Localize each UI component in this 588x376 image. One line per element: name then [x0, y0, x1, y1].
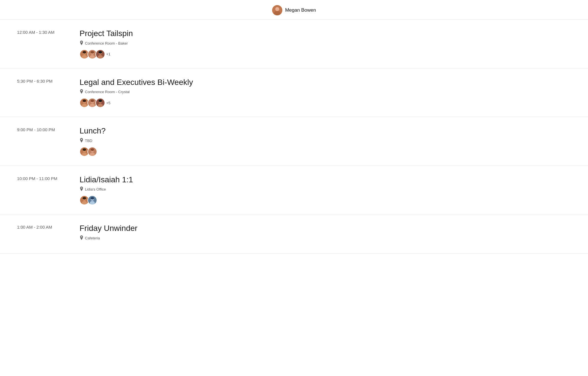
- attendee-count: +5: [106, 101, 110, 105]
- event-list: 12:00 AM - 1:30 AMProject Tailspin Confe…: [0, 20, 588, 254]
- event-row[interactable]: 9:00 PM - 10:00 PMLunch? TBD: [0, 117, 588, 166]
- event-time: 1:00 AM - 2:00 AM: [17, 223, 80, 229]
- svg-point-32: [82, 152, 87, 156]
- svg-point-42: [83, 197, 86, 200]
- svg-point-46: [91, 197, 94, 200]
- event-time: 12:00 AM - 1:30 AM: [17, 29, 80, 35]
- attendee-avatar: [87, 195, 97, 205]
- svg-point-38: [81, 187, 82, 189]
- svg-point-28: [99, 100, 102, 102]
- calendar-header: Megan Bowen: [0, 0, 588, 20]
- svg-point-16: [81, 90, 82, 91]
- avatar[interactable]: [272, 5, 282, 15]
- svg-point-14: [98, 55, 103, 59]
- location-icon: [80, 138, 84, 143]
- svg-point-37: [91, 148, 94, 151]
- event-location-text: Conference Room - Baker: [85, 41, 128, 45]
- event-attendees: [80, 195, 571, 205]
- event-location: Cafeteria: [80, 235, 571, 241]
- event-location-text: TBD: [85, 139, 92, 143]
- event-attendees: [80, 147, 571, 156]
- event-details: Lunch? TBD: [80, 126, 571, 156]
- svg-point-24: [91, 100, 94, 102]
- event-title: Project Tailspin: [80, 29, 571, 38]
- attendee-count: +1: [106, 52, 110, 56]
- event-time: 5:30 PM - 6:30 PM: [17, 78, 80, 83]
- event-attendees: +5: [80, 98, 571, 108]
- event-title: Friday Unwinder: [80, 223, 571, 233]
- event-details: Legal and Executives Bi-Weekly Conferenc…: [80, 78, 571, 108]
- attendee-avatar: [87, 147, 97, 156]
- event-time: 9:00 PM - 10:00 PM: [17, 126, 80, 132]
- location-icon: [80, 187, 84, 192]
- svg-point-33: [83, 148, 86, 151]
- svg-point-1: [275, 7, 279, 11]
- svg-point-45: [90, 201, 95, 205]
- event-location: Conference Room - Baker: [80, 41, 571, 46]
- svg-point-3: [81, 41, 82, 43]
- svg-point-10: [90, 55, 95, 59]
- svg-point-41: [82, 201, 87, 205]
- event-location-text: Conference Room - Crystal: [85, 90, 130, 94]
- event-row[interactable]: 1:00 AM - 2:00 AMFriday Unwinder Cafeter…: [0, 214, 588, 254]
- event-title: Lunch?: [80, 126, 571, 136]
- location-icon: [80, 41, 84, 46]
- svg-point-15: [99, 51, 102, 53]
- event-row[interactable]: 5:30 PM - 6:30 PMLegal and Executives Bi…: [0, 68, 588, 117]
- event-location: Conference Room - Crystal: [80, 89, 571, 95]
- svg-point-36: [90, 152, 95, 156]
- svg-point-19: [82, 104, 87, 108]
- event-location: TBD: [80, 138, 571, 143]
- event-location-text: Cafeteria: [85, 236, 100, 240]
- svg-point-7: [83, 51, 86, 53]
- event-row[interactable]: 12:00 AM - 1:30 AMProject Tailspin Confe…: [0, 20, 588, 68]
- svg-point-47: [81, 236, 82, 237]
- event-details: Lidia/Isaiah 1:1 Lidia's Office: [80, 175, 571, 205]
- event-row[interactable]: 10:00 PM - 11:00 PMLidia/Isaiah 1:1 Lidi…: [0, 166, 588, 215]
- event-title: Legal and Executives Bi-Weekly: [80, 78, 571, 87]
- event-location-text: Lidia's Office: [85, 187, 106, 191]
- event-details: Project Tailspin Conference Room - Baker…: [80, 29, 571, 59]
- event-title: Lidia/Isaiah 1:1: [80, 175, 571, 185]
- svg-point-29: [81, 139, 82, 140]
- event-attendees: +1: [80, 49, 571, 59]
- location-icon: [80, 235, 84, 241]
- location-icon: [80, 89, 84, 95]
- svg-point-6: [82, 55, 87, 59]
- svg-point-11: [91, 51, 94, 53]
- svg-point-27: [98, 104, 103, 108]
- user-name: Megan Bowen: [285, 7, 316, 13]
- attendee-avatar: [95, 49, 105, 59]
- attendee-avatar: [95, 98, 105, 108]
- svg-point-20: [83, 100, 86, 102]
- event-location: Lidia's Office: [80, 187, 571, 192]
- event-details: Friday Unwinder Cafeteria: [80, 223, 571, 244]
- svg-point-23: [90, 104, 95, 108]
- event-time: 10:00 PM - 11:00 PM: [17, 175, 80, 181]
